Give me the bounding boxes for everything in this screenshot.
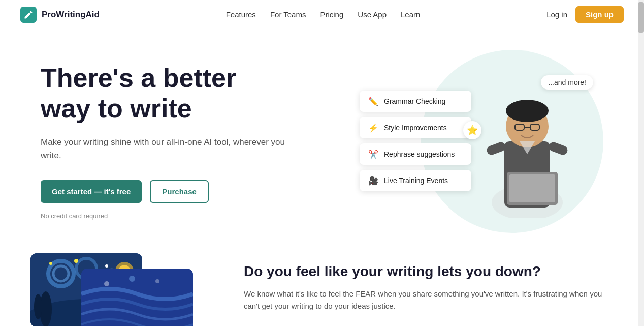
- section-two-description: We know what it's like to feel the FEAR …: [244, 288, 603, 312]
- svg-rect-10: [509, 174, 555, 202]
- signup-button[interactable]: Sign up: [575, 6, 624, 23]
- rephrase-label: Rephrase suggestions: [384, 150, 455, 158]
- feature-card-rephrase: ✂️ Rephrase suggestions: [360, 143, 471, 165]
- style-icon: ⚡: [368, 122, 379, 133]
- hero-subtitle: Make your writing shine with our all-in-…: [41, 136, 305, 162]
- hero-buttons: Get started — it's free Purchase: [41, 180, 305, 203]
- and-more-badge: ...and more!: [541, 75, 593, 90]
- navbar: ProWritingAid Features For Teams Pricing…: [0, 0, 644, 29]
- hero-title-line1: There's a better: [41, 63, 236, 93]
- scrollbar[interactable]: [638, 0, 644, 326]
- hero-title: There's a better way to write: [41, 63, 305, 124]
- image-card-2: [81, 269, 193, 326]
- grammar-label: Grammar Checking: [384, 97, 445, 105]
- svg-point-18: [74, 259, 78, 263]
- grammar-icon: ✏️: [368, 96, 379, 107]
- training-label: Live Training Events: [384, 176, 448, 185]
- feature-card-training: 🎥 Live Training Events: [360, 170, 471, 191]
- nav-link-use-app[interactable]: Use App: [358, 10, 387, 19]
- star-badge: ⭐: [463, 121, 481, 139]
- hero-section: There's a better way to write Make your …: [0, 29, 644, 243]
- logo-icon: [20, 7, 37, 23]
- bottom-text: Do you feel like your writing lets you d…: [213, 253, 603, 312]
- nav-link-learn[interactable]: Learn: [401, 10, 420, 19]
- svg-point-29: [129, 276, 135, 282]
- svg-point-28: [155, 279, 159, 283]
- section-two: My idea in my head Do you feel like your…: [0, 253, 644, 326]
- hero-left: There's a better way to write Make your …: [41, 63, 305, 220]
- hero-person-illustration: [476, 45, 588, 218]
- get-started-button[interactable]: Get started — it's free: [41, 180, 142, 203]
- svg-rect-7: [486, 141, 507, 156]
- logo-text: ProWritingAid: [42, 10, 100, 20]
- svg-rect-8: [548, 141, 569, 156]
- logo[interactable]: ProWritingAid: [20, 7, 100, 23]
- svg-point-17: [49, 262, 52, 265]
- section-two-title: Do you feel like your writing lets you d…: [244, 263, 603, 280]
- svg-point-27: [104, 281, 109, 286]
- purchase-button[interactable]: Purchase: [150, 180, 209, 203]
- hero-right: ...and more! ⭐ ✏️ Grammar Checking ⚡ Sty…: [360, 60, 603, 223]
- feature-card-grammar: ✏️ Grammar Checking: [360, 91, 471, 112]
- no-credit-card-note: No credit card required: [41, 212, 305, 220]
- rephrase-icon: ✂️: [368, 149, 379, 160]
- nav-links: Features For Teams Pricing Use App Learn: [226, 10, 421, 19]
- scrollbar-thumb[interactable]: [638, 2, 644, 33]
- hero-title-line2: way to write: [41, 94, 192, 123]
- feature-cards: ✏️ Grammar Checking ⚡ Style Improvements…: [360, 91, 471, 191]
- style-label: Style Improvements: [384, 124, 447, 132]
- training-icon: 🎥: [368, 175, 379, 186]
- feature-card-style: ⚡ Style Improvements: [360, 117, 471, 138]
- login-link[interactable]: Log in: [546, 10, 567, 19]
- svg-point-19: [105, 264, 108, 268]
- nav-link-pricing[interactable]: Pricing: [320, 10, 343, 19]
- nav-link-for-teams[interactable]: For Teams: [270, 10, 306, 19]
- nav-link-features[interactable]: Features: [226, 10, 256, 19]
- bottom-images: My idea in my head: [0, 253, 213, 326]
- svg-point-3: [506, 100, 549, 122]
- svg-point-25: [34, 294, 42, 319]
- nav-actions: Log in Sign up: [546, 6, 624, 23]
